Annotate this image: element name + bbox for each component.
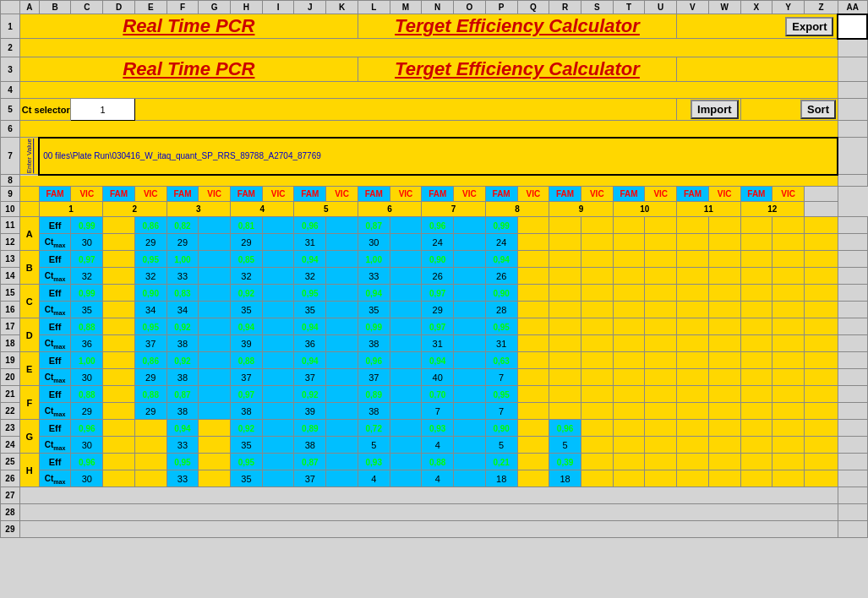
col-N: N <box>422 1 454 14</box>
a-eff-fam12 <box>772 217 805 234</box>
row-22: 22 <box>1 403 20 420</box>
vic-header-6: VIC <box>390 187 422 202</box>
fam-header-1: FAM <box>39 187 71 202</box>
a-ctmax-vic10 <box>677 234 709 251</box>
aa-cell-26 <box>838 470 867 487</box>
col-Y: Y <box>772 1 805 14</box>
a-eff-fam3 <box>199 217 231 234</box>
aa-cell-15 <box>838 285 867 302</box>
vic-header-4: VIC <box>262 187 294 202</box>
col-E: E <box>134 1 167 14</box>
row-label-B: B <box>19 251 39 285</box>
fam-header-8: FAM <box>485 187 517 202</box>
row-27: 27 <box>1 487 20 504</box>
col-I: I <box>262 1 294 14</box>
row-8: 8 <box>1 175 20 187</box>
aa-cell-20 <box>838 369 867 386</box>
aa-cell-22 <box>838 403 867 420</box>
row-24: 24 <box>1 437 20 454</box>
vic-header-2: VIC <box>134 187 167 202</box>
a-eff-vic10 <box>677 217 709 234</box>
calc-title2: Terget Efficiency Calculator <box>395 58 640 79</box>
col-R: R <box>549 1 581 14</box>
row-4: 4 <box>1 82 20 99</box>
a-ctmax-fam9 <box>581 234 613 251</box>
fam-header-4: FAM <box>231 187 263 202</box>
ct-selector-value[interactable]: 1 <box>71 99 134 121</box>
a-eff-fam4 <box>262 217 294 234</box>
fam-header-6: FAM <box>358 187 390 202</box>
aa-cell-23 <box>838 420 867 437</box>
row-5: 5 <box>1 99 20 121</box>
a-ctmax-fam12 <box>772 234 805 251</box>
group-num-8: 8 <box>485 202 549 217</box>
col-W: W <box>708 1 740 14</box>
a-ctmax-fam3 <box>199 234 231 251</box>
a-ctmax-fam2: 29 <box>134 234 167 251</box>
a-ctmax-fam6 <box>390 234 422 251</box>
row-7: 7 <box>1 138 20 175</box>
col-S: S <box>581 1 613 14</box>
row-15: 15 <box>1 285 20 302</box>
col-A: A <box>19 1 39 14</box>
a-ctmax-fam11 <box>708 234 740 251</box>
sort-cell: Sort <box>740 99 838 121</box>
row-14: 14 <box>1 268 20 285</box>
vic-header-5: VIC <box>326 187 358 202</box>
aa-cell-17 <box>838 318 867 335</box>
row-1: 1 <box>1 14 20 39</box>
export-button[interactable]: Export <box>785 17 833 36</box>
a-ctmax-fam1: 30 <box>71 234 103 251</box>
calc-title-cell2: Terget Efficiency Calculator <box>358 57 676 82</box>
group-num-12: 12 <box>740 202 804 217</box>
aa-cell-24 <box>838 437 867 454</box>
vic-header-12: VIC <box>772 187 805 202</box>
col-L: L <box>358 1 390 14</box>
import-cell: Import <box>677 99 740 121</box>
file-path: 00 files\Plate Run\030416_W_itaq_quant_S… <box>39 138 838 175</box>
row-9: 9 <box>1 187 20 202</box>
aa-cell-9 <box>804 187 838 202</box>
a-eff-vic8 <box>549 217 581 234</box>
a-eff-vic11 <box>740 217 772 234</box>
sort-button[interactable]: Sort <box>800 100 836 119</box>
ct-selector-label: Ct selector <box>19 99 71 121</box>
group-num-1: 1 <box>39 202 102 217</box>
a-eff-vic3: 0,81 <box>231 217 263 234</box>
a-ctmax-vic4: 31 <box>294 234 326 251</box>
row-label-G: G <box>19 420 39 454</box>
a-eff-vic4: 0,96 <box>294 217 326 234</box>
app-title: Real Time PCR <box>123 15 254 36</box>
fam-header-5: FAM <box>294 187 326 202</box>
vic-header-1: VIC <box>71 187 103 202</box>
a-eff-fam1: 0,99 <box>71 217 103 234</box>
a-ctmax-vic1 <box>103 234 135 251</box>
import-button[interactable]: Import <box>691 100 738 119</box>
a-ctmax-vic9 <box>613 234 645 251</box>
col-J: J <box>294 1 326 14</box>
row-10: 10 <box>1 202 20 217</box>
calc-title: Terget Efficiency Calculator <box>395 15 640 36</box>
aa-cell-6 <box>838 121 867 138</box>
row27-empty <box>19 487 838 504</box>
a-eff-vic9 <box>613 217 645 234</box>
col-D: D <box>103 1 135 14</box>
a-ctmax-fam5 <box>326 234 358 251</box>
aa-cell-2 <box>838 39 867 57</box>
row-25: 25 <box>1 454 20 470</box>
a-ctmax-vic8 <box>549 234 581 251</box>
spreadsheet: A B C D E F G H I J K L M N O P Q R S T … <box>0 0 868 598</box>
fam-header-10: FAM <box>613 187 645 202</box>
row-2: 2 <box>1 39 20 57</box>
a-eff-fam11 <box>708 217 740 234</box>
row-18: 18 <box>1 335 20 352</box>
group-num-2: 2 <box>103 202 167 217</box>
b-eff-label: Eff <box>39 251 71 268</box>
row-label-F: F <box>19 386 39 420</box>
col-Z: Z <box>804 1 838 14</box>
aa-cell-4 <box>838 82 867 99</box>
col-H: H <box>231 1 263 14</box>
row-16: 16 <box>1 302 20 318</box>
row-11: 11 <box>1 217 20 234</box>
a-eff-vic6: 0,96 <box>422 217 454 234</box>
